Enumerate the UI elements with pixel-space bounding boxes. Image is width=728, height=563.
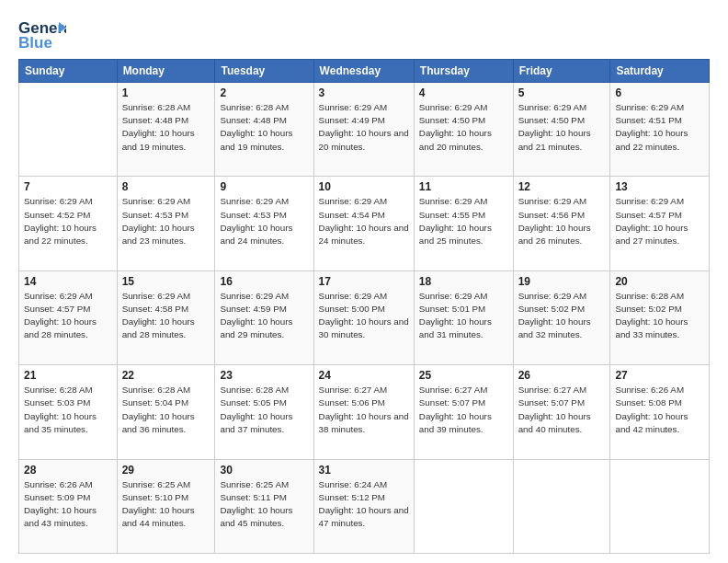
day-cell: 29Sunrise: 6:25 AMSunset: 5:10 PMDayligh… — [117, 459, 215, 553]
day-info: Sunrise: 6:26 AMSunset: 5:08 PMDaylight:… — [615, 384, 704, 436]
day-number: 23 — [220, 369, 308, 382]
day-cell: 22Sunrise: 6:28 AMSunset: 5:04 PMDayligh… — [117, 365, 215, 459]
day-cell — [414, 459, 513, 553]
day-number: 9 — [220, 180, 308, 193]
day-cell: 24Sunrise: 6:27 AMSunset: 5:06 PMDayligh… — [313, 365, 414, 459]
day-cell: 16Sunrise: 6:29 AMSunset: 4:59 PMDayligh… — [215, 270, 313, 364]
header-monday: Monday — [117, 60, 215, 83]
day-info: Sunrise: 6:29 AMSunset: 5:01 PMDaylight:… — [419, 290, 508, 342]
day-info: Sunrise: 6:25 AMSunset: 5:11 PMDaylight:… — [220, 478, 308, 531]
day-info: Sunrise: 6:28 AMSunset: 5:05 PMDaylight:… — [220, 384, 308, 436]
day-cell: 28Sunrise: 6:26 AMSunset: 5:09 PMDayligh… — [19, 459, 118, 553]
day-info: Sunrise: 6:29 AMSunset: 4:54 PMDaylight:… — [319, 195, 409, 247]
day-number: 25 — [419, 369, 508, 382]
day-info: Sunrise: 6:27 AMSunset: 5:06 PMDaylight:… — [319, 384, 409, 436]
day-number: 17 — [319, 275, 409, 288]
day-info: Sunrise: 6:29 AMSunset: 4:57 PMDaylight:… — [24, 290, 112, 342]
day-number: 14 — [24, 275, 112, 288]
day-info: Sunrise: 6:28 AMSunset: 5:04 PMDaylight:… — [122, 384, 210, 436]
day-number: 13 — [615, 180, 704, 193]
day-cell: 7Sunrise: 6:29 AMSunset: 4:52 PMDaylight… — [19, 177, 118, 270]
day-cell — [19, 83, 118, 177]
day-info: Sunrise: 6:27 AMSunset: 5:07 PMDaylight:… — [419, 384, 508, 436]
day-info: Sunrise: 6:28 AMSunset: 5:02 PMDaylight:… — [615, 290, 704, 342]
header-sunday: Sunday — [19, 60, 118, 83]
day-cell: 2Sunrise: 6:28 AMSunset: 4:48 PMDaylight… — [215, 83, 313, 177]
week-row-3: 21Sunrise: 6:28 AMSunset: 5:03 PMDayligh… — [19, 365, 710, 459]
day-number: 3 — [319, 86, 409, 99]
header-friday: Friday — [513, 60, 610, 83]
week-row-4: 28Sunrise: 6:26 AMSunset: 5:09 PMDayligh… — [19, 459, 710, 553]
day-cell: 13Sunrise: 6:29 AMSunset: 4:57 PMDayligh… — [610, 177, 710, 270]
day-number: 2 — [220, 86, 308, 99]
day-cell: 23Sunrise: 6:28 AMSunset: 5:05 PMDayligh… — [215, 365, 313, 459]
day-info: Sunrise: 6:26 AMSunset: 5:09 PMDaylight:… — [24, 478, 112, 531]
day-number: 15 — [122, 275, 210, 288]
day-info: Sunrise: 6:29 AMSunset: 4:53 PMDaylight:… — [122, 195, 210, 247]
day-cell: 31Sunrise: 6:24 AMSunset: 5:12 PMDayligh… — [313, 459, 414, 553]
day-number: 12 — [518, 180, 606, 193]
day-cell: 1Sunrise: 6:28 AMSunset: 4:48 PMDaylight… — [117, 83, 215, 177]
day-info: Sunrise: 6:29 AMSunset: 4:59 PMDaylight:… — [220, 290, 308, 342]
day-cell: 19Sunrise: 6:29 AMSunset: 5:02 PMDayligh… — [513, 270, 610, 364]
day-cell: 5Sunrise: 6:29 AMSunset: 4:50 PMDaylight… — [513, 83, 610, 177]
day-cell — [610, 459, 710, 553]
day-info: Sunrise: 6:29 AMSunset: 5:00 PMDaylight:… — [319, 290, 409, 342]
day-number: 18 — [419, 275, 508, 288]
header: General Blue — [18, 15, 710, 52]
day-cell: 6Sunrise: 6:29 AMSunset: 4:51 PMDaylight… — [610, 83, 710, 177]
day-cell: 20Sunrise: 6:28 AMSunset: 5:02 PMDayligh… — [610, 270, 710, 364]
day-number: 1 — [122, 86, 210, 99]
day-cell: 26Sunrise: 6:27 AMSunset: 5:07 PMDayligh… — [513, 365, 610, 459]
day-number: 5 — [518, 86, 606, 99]
day-cell: 17Sunrise: 6:29 AMSunset: 5:00 PMDayligh… — [313, 270, 414, 364]
header-saturday: Saturday — [610, 60, 710, 83]
day-number: 10 — [319, 180, 409, 193]
day-cell: 21Sunrise: 6:28 AMSunset: 5:03 PMDayligh… — [19, 365, 118, 459]
day-cell: 15Sunrise: 6:29 AMSunset: 4:58 PMDayligh… — [117, 270, 215, 364]
day-number: 6 — [615, 86, 704, 99]
day-info: Sunrise: 6:29 AMSunset: 4:55 PMDaylight:… — [419, 195, 508, 247]
day-info: Sunrise: 6:27 AMSunset: 5:07 PMDaylight:… — [518, 384, 606, 436]
week-row-1: 7Sunrise: 6:29 AMSunset: 4:52 PMDaylight… — [19, 177, 710, 270]
page: General Blue SundayMondayTuesdayWednesda… — [0, 0, 728, 563]
day-cell: 11Sunrise: 6:29 AMSunset: 4:55 PMDayligh… — [414, 177, 513, 270]
logo: General Blue — [18, 15, 70, 52]
day-cell: 12Sunrise: 6:29 AMSunset: 4:56 PMDayligh… — [513, 177, 610, 270]
day-number: 28 — [24, 464, 112, 477]
day-number: 30 — [220, 464, 308, 477]
svg-text:Blue: Blue — [18, 34, 52, 52]
day-info: Sunrise: 6:29 AMSunset: 4:50 PMDaylight:… — [518, 101, 606, 154]
header-wednesday: Wednesday — [313, 60, 414, 83]
day-cell: 10Sunrise: 6:29 AMSunset: 4:54 PMDayligh… — [313, 177, 414, 270]
day-number: 21 — [24, 369, 112, 382]
day-number: 20 — [615, 275, 704, 288]
day-info: Sunrise: 6:28 AMSunset: 4:48 PMDaylight:… — [220, 101, 308, 154]
day-number: 24 — [319, 369, 409, 382]
day-info: Sunrise: 6:28 AMSunset: 5:03 PMDaylight:… — [24, 384, 112, 436]
day-number: 27 — [615, 369, 704, 382]
day-number: 8 — [122, 180, 210, 193]
day-number: 7 — [24, 180, 112, 193]
day-cell: 30Sunrise: 6:25 AMSunset: 5:11 PMDayligh… — [215, 459, 313, 553]
day-number: 26 — [518, 369, 606, 382]
day-info: Sunrise: 6:29 AMSunset: 5:02 PMDaylight:… — [518, 290, 606, 342]
day-number: 16 — [220, 275, 308, 288]
day-number: 11 — [419, 180, 508, 193]
day-cell: 27Sunrise: 6:26 AMSunset: 5:08 PMDayligh… — [610, 365, 710, 459]
day-cell — [513, 459, 610, 553]
day-cell: 14Sunrise: 6:29 AMSunset: 4:57 PMDayligh… — [19, 270, 118, 364]
header-thursday: Thursday — [414, 60, 513, 83]
day-info: Sunrise: 6:28 AMSunset: 4:48 PMDaylight:… — [122, 101, 210, 154]
week-row-0: 1Sunrise: 6:28 AMSunset: 4:48 PMDaylight… — [19, 83, 710, 177]
day-number: 19 — [518, 275, 606, 288]
calendar-header-row: SundayMondayTuesdayWednesdayThursdayFrid… — [19, 60, 710, 83]
day-number: 4 — [419, 86, 508, 99]
day-cell: 9Sunrise: 6:29 AMSunset: 4:53 PMDaylight… — [215, 177, 313, 270]
day-cell: 18Sunrise: 6:29 AMSunset: 5:01 PMDayligh… — [414, 270, 513, 364]
day-info: Sunrise: 6:25 AMSunset: 5:10 PMDaylight:… — [122, 478, 210, 531]
day-info: Sunrise: 6:29 AMSunset: 4:50 PMDaylight:… — [419, 101, 508, 154]
header-tuesday: Tuesday — [215, 60, 313, 83]
day-info: Sunrise: 6:29 AMSunset: 4:49 PMDaylight:… — [319, 101, 409, 154]
day-info: Sunrise: 6:29 AMSunset: 4:51 PMDaylight:… — [615, 101, 704, 154]
